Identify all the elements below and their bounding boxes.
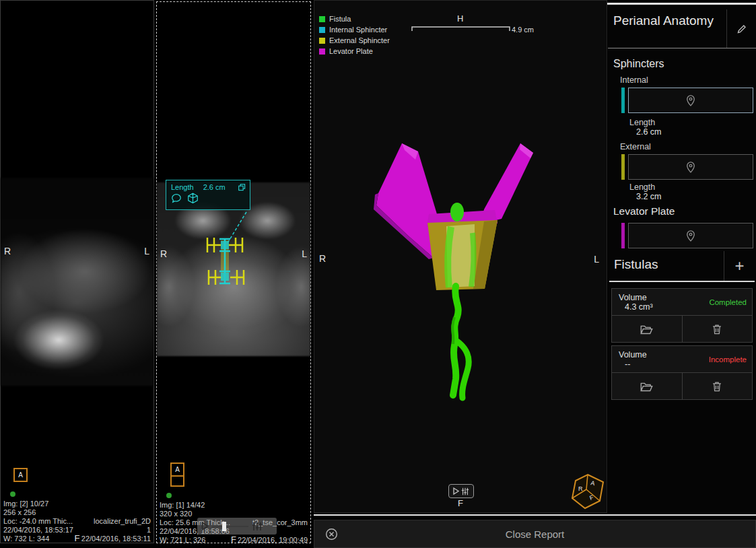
perianal-anatomy-panel: Perianal Anatomy Sphincters Internal Len… [608,7,756,513]
study-datetime: 22/04/2016, 19:00:49 [238,536,308,545]
series-status-dot [166,493,172,498]
orientation-bottom-label: F [458,498,463,508]
comment-bubble-icon[interactable] [171,193,182,203]
external-color-bar [621,154,625,180]
location-pin-icon [685,161,696,173]
trash-icon [712,324,722,335]
internal-label: Internal [620,75,648,85]
trash-icon [712,381,722,392]
status-badge: Completed [709,298,747,306]
location-pin-icon [685,230,696,242]
orientation-marker-box: A [170,463,184,476]
internal-color-bar [621,88,625,113]
img-number: Img: [2] 10/27 [3,500,48,508]
orientation-left-label: R [4,246,11,256]
folder-open-icon [640,324,653,335]
location-pin-icon [685,94,696,106]
cube-face-r: R [578,485,583,492]
panel-title: Perianal Anatomy [608,9,726,48]
render-3d-viewport[interactable]: Fistula Internal Sphincter External Sphi… [314,0,607,513]
internal-length-value: 2.6 cm [636,127,662,137]
open-fistula-button[interactable] [612,373,682,400]
cine-slider-handle[interactable] [222,522,226,531]
orientation-marker-label: A [175,466,180,473]
orientation-cube[interactable]: R A F [570,473,605,510]
external-label: External [620,142,651,151]
fistula-volume: Volume -- [619,350,647,369]
internal-length-label: Length [629,118,655,127]
copy-icon[interactable] [238,184,246,191]
internal-locate-button[interactable] [628,88,753,113]
series-status-dot [10,491,15,497]
pencil-icon [736,24,747,34]
measurement-value: 2.6 cm [203,183,226,191]
measurement-tooltip[interactable]: Length 2.6 cm [166,180,250,210]
fistula-card-info: Volume -- Incomplete [612,346,752,373]
anatomy-3d-model[interactable] [314,1,608,514]
orientation-marker-box-2 [170,476,184,487]
play-icon [453,487,459,495]
external-length-label: Length [629,182,655,192]
status-badge: Incomplete [709,355,747,364]
volume-label: Volume [619,350,647,359]
measurement-label: Length [171,183,194,191]
frame-settings-icon[interactable] [252,522,263,531]
window-level: W: 732 L: 344 [3,535,49,543]
edit-button[interactable] [726,9,756,48]
external-length-value: 3.2 cm [636,192,662,201]
fistulas-header: Fistulas + [609,251,755,282]
orientation-bottom-label: F [75,533,80,543]
volume-label: Volume [619,293,653,302]
delete-fistula-button[interactable] [682,316,753,343]
length-measurement-annotation[interactable] [194,211,281,288]
acquisition-datetime: 22/04/2016, 18:53:17 [3,526,73,535]
folder-open-icon [640,382,653,392]
open-fistula-button[interactable] [612,316,682,343]
panel-header: Perianal Anatomy [608,9,756,48]
fistulas-title: Fistulas [609,251,724,281]
orientation-marker-label: A [18,471,23,479]
volume-value: -- [619,359,647,369]
add-fistula-button[interactable]: + [724,251,755,281]
fistula-card-1: Volume 4.3 cm³ Completed [611,288,753,343]
fistula-volume: Volume 4.3 cm³ [619,293,653,312]
orientation-bottom-label: F [231,535,236,545]
window-level: W: 721 L: 326 [160,536,205,545]
cine-scrubber[interactable] [197,518,277,535]
levator-locate-button[interactable] [628,223,753,248]
cube-3d-icon[interactable] [187,193,199,203]
orientation-marker-box: A [13,468,28,482]
orientation-left-label: R [160,248,167,259]
orientation-right-label: L [302,248,307,259]
sphincters-section-title: Sphincters [613,58,664,70]
matrix-size: 256 x 256 [3,508,36,517]
fistula-card-info: Volume 4.3 cm³ Completed [612,289,752,316]
matrix-size: 320 x 320 [160,510,192,518]
series-name: localizer_trufi_2D [94,517,151,526]
cine-play-button[interactable] [448,484,474,498]
levator-plate-field [621,223,753,248]
levator-plate-title: Levator Plate [613,205,675,217]
bottom-highlight-line [314,514,756,516]
play-icon[interactable] [201,522,209,530]
frame-settings-icon [461,487,469,495]
volume-value: 4.3 cm³ [619,302,653,312]
mri-viewport-2-selected[interactable]: Length 2.6 cm R L A Img: [1] 14/42 320 x… [156,1,311,543]
levator-color-bar [621,223,625,248]
mri-viewport-1[interactable]: R L A Img: [2] 10/27 256 x 256 Loc: -24.… [0,0,154,543]
close-circle-icon[interactable] [325,528,338,541]
img-number: Img: [1] 14/42 [160,501,205,510]
delete-fistula-button[interactable] [682,373,753,400]
close-report-label[interactable]: Close Report [314,528,755,540]
cine-slider[interactable] [212,526,248,527]
close-report-bar[interactable]: Close Report [314,520,756,548]
internal-sphincter-field [621,88,753,113]
external-sphincter-field [621,154,753,180]
orientation-right-label: L [144,246,149,256]
study-datetime: 22/04/2016, 18:53:11 [81,535,151,543]
slice-location: Loc: -24.0 mm Thic... [3,517,73,526]
external-locate-button[interactable] [628,154,753,180]
mri-image-localizer[interactable] [1,178,153,386]
fistula-card-2: Volume -- Incomplete [611,345,753,400]
series-number: 1 [147,526,151,535]
